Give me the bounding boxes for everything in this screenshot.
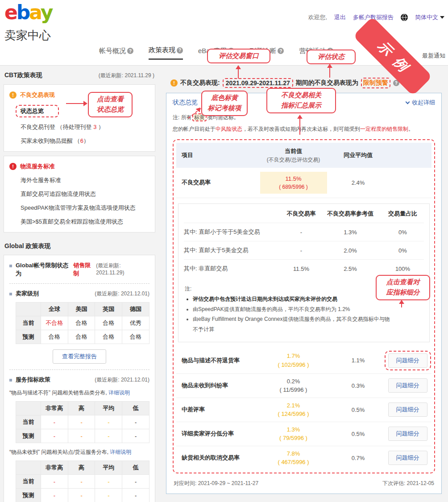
restriction-status: 销售限制 — [73, 261, 96, 278]
metric-row-snad-return: 物品与描述不符退货率 1.7%( 102/5996 ) 1.1% 问题细分 — [176, 348, 431, 374]
status-overview-link[interactable]: 状态总览 — [173, 99, 198, 107]
breakdown-row-direct-over5: 其中: 直邮大于5美金交易 - 2.0% 0% — [184, 241, 424, 259]
highlighted-rate-cell: 11.5%( 689/5996 ) — [260, 172, 327, 194]
snad-distribution-line: “物品与描述不符” 问题相关销售品类分布, 详细说明 — [9, 389, 149, 397]
table-header-row: 非常高 高 平均 低 — [16, 402, 149, 415]
detail-link[interactable]: 详细说明 — [108, 390, 130, 396]
seller-level-table: 全球 美国 英国 德国 当前 不合格 合格 合格 优秀 预测 合格 合格 合格 … — [16, 302, 149, 344]
globe-icon — [401, 14, 408, 21]
sidebar-item-direct-trackable[interactable]: 直邮交易可追踪物流使用状态 — [21, 190, 149, 198]
breakdown-row-direct-under5: 其中: 直邮小于等于5美金交易 - 1.3% 0% — [184, 223, 424, 241]
sidebar-item-bad-listing[interactable]: 不良交易刊登 （待处理刊登 3 ） — [21, 123, 149, 131]
tab-account-overview[interactable]: 帐号概况? — [99, 46, 133, 60]
logistics-panel: ! 物流服务标准 海外仓服务标准 直邮交易可追踪物流使用状态 SpeedPAK物… — [4, 156, 155, 232]
chevron-down-icon — [406, 100, 410, 104]
annotation-arrow-icon — [236, 65, 241, 69]
tab-policy-performance[interactable]: 政策表现? — [149, 46, 183, 60]
seller-level-refresh-time: (最近刷新: 2021.12.01) — [95, 290, 149, 298]
inr-count: 6 — [80, 137, 83, 144]
table-header-row: 全球 美国 英国 德国 — [16, 303, 149, 316]
sidebar-item-overseas-warehouse[interactable]: 海外仓服务标准 — [21, 176, 149, 184]
logistics-title: 物流服务标准 — [20, 162, 55, 170]
period-text: 对应时间: 2021-09-29 ~ 2021-11-27 — [174, 480, 258, 487]
cbt-title: CBT政策表现 — [4, 71, 42, 79]
issue-detail-dashed-box: 问题细分 — [385, 351, 431, 370]
rate-breakdown-box: 不良交易率 不良交易率参考值 交易量占比 其中: 直邮小于等于5美金交易 - 1… — [178, 203, 430, 342]
metric-row-low-dsr: 详细卖家评分低分率 1.3%( 79/5996 ) 0.5% 问题细分 — [176, 422, 431, 446]
snad-distribution-table: 非常高 高 平均 低 当前 - - - - 预测 - - - - — [16, 401, 149, 443]
divider — [9, 283, 149, 284]
warning-icon: ! — [170, 79, 178, 87]
detail-link[interactable]: 详细说明 — [110, 449, 131, 455]
sidebar-item-us-5usd-tracking[interactable]: 美国>$5直邮交易全程跟踪物流使用状态 — [21, 218, 149, 226]
sidebar-item-inr-reminder[interactable]: 买家未收到物品提醒 （6） — [21, 137, 149, 145]
cbt-refresh-time: (最近刷新: 2021.11.29 ) — [99, 72, 154, 79]
bad-transaction-panel: ! 不良交易表现 状态总览 不良交易刊登 （待处理刊登 3 ） 买家未收到物品提… — [4, 84, 155, 152]
tab-listing-diagnosis[interactable]: 刊登诊断? — [249, 46, 284, 60]
language-selector[interactable]: 简体中文 — [415, 13, 444, 21]
service-policy-row: 服务指标政策 (最近刷新: 2021.12.01) — [9, 376, 149, 384]
metric-row-neutral-negative-feedback: 中差评率 2.1%( 124/5996 ) 0.5% 问题细分 — [176, 398, 431, 422]
language-label: 简体中文 — [415, 13, 438, 21]
table-row: 预测 - - - - — [16, 489, 149, 502]
issue-detail-button[interactable]: 问题细分 — [388, 402, 427, 417]
issue-detail-button[interactable]: 问题细分 — [388, 451, 427, 465]
footnote-2: 由SpeedPAK提供直邮物流服务的商品，平均不良交易率约为 1.2% — [193, 304, 423, 315]
status-overview-panel: 状态总览 收起详细 注: 所有标黄项均需达标。 您的帐户目前处于中风险状态，若不… — [166, 93, 442, 494]
warning-icon: ! — [9, 91, 17, 99]
help-icon[interactable]: ? — [177, 47, 183, 54]
status-overview-dashed-box[interactable]: 状态总览 — [16, 105, 59, 117]
issue-detail-button[interactable]: 问题细分 — [388, 427, 427, 441]
footnote-1: 评估交易中包含预计送达日期尚未到达或买家尚未评价的交易 — [193, 294, 423, 304]
tab-marketing[interactable]: 营销活动? — [299, 46, 333, 60]
restriction-consequence: 一定程度的销售限制 — [360, 126, 408, 132]
bad-transaction-title: 不良交易表现 — [20, 91, 55, 99]
collapse-detail-link[interactable]: 收起详细 — [406, 99, 435, 107]
bad-transaction-title-row: ! 不良交易表现 — [9, 91, 149, 99]
sidebar-item-speedpak[interactable]: SpeedPAK物流管理方案及物流选项使用状态 — [21, 204, 149, 212]
view-full-report-button[interactable]: 查看完整报告 — [53, 349, 106, 364]
chevron-down-icon — [440, 16, 444, 19]
evaluation-period-row: 对应时间: 2021-09-29 ~ 2021-11-27 下次评估: 2021… — [173, 480, 435, 487]
page-title: 卖家中心 — [4, 28, 51, 43]
next-evaluation-text: 下次评估: 2021-12-05 — [382, 480, 434, 487]
table-header-row: 非常高 高 平均 低 — [16, 461, 149, 475]
logout-link[interactable]: 退出 — [334, 13, 346, 21]
sidebar-item-status-overview[interactable]: 状态总览 — [21, 105, 149, 117]
alert-icon: ! — [9, 163, 17, 170]
cbt-section-header: CBT政策表现 (最近刷新: 2021.11.29 ) — [4, 71, 155, 80]
seller-level-row: 卖家级别 (最近刷新: 2021.12.01) — [9, 290, 149, 298]
help-icon[interactable]: ? — [327, 48, 333, 54]
footnotes: 注: 评估交易中包含预计送达日期尚未到达或买家尚未评价的交易 由SpeedPAK… — [185, 284, 423, 335]
bullet-square-icon — [9, 293, 12, 295]
issue-detail-button[interactable]: 问题细分 — [388, 378, 427, 393]
tab-ebay-fees[interactable]: eBay费用? — [198, 46, 234, 60]
metrics-table-header: 项目 当前值(不良交易/总评估交易) 同业平均值 — [176, 143, 431, 168]
metrics-dashed-annotation-box: 项目 当前值(不良交易/总评估交易) 同业平均值 不良交易率 11.5%( 68… — [173, 139, 435, 473]
breakdown-row-nondirect: 其中: 非直邮交易 11.5% 2.5% 100% — [184, 259, 424, 278]
risk-note: 您的帐户目前处于中风险状态，若不及时改善或短期内再次未达标，则可能受到一定程度的… — [173, 125, 435, 133]
yellow-highlight: 标黄 — [194, 114, 205, 120]
table-row: 预测 合格 合格 合格 合格 — [16, 330, 149, 344]
global-restriction-row: Global帐号限制状态为 销售限制 (最近刷新: 2021.11.29) — [9, 261, 149, 278]
help-icon[interactable]: ? — [278, 48, 284, 54]
issue-detail-button[interactable]: 问题细分 — [388, 353, 427, 368]
bad-transaction-rate-row: 不良交易率 11.5%( 689/5996 ) 2.4% — [176, 168, 431, 199]
nav-tabs: 帐号概况? 政策表现? eBay费用? 刊登诊断? 营销活动? — [99, 46, 333, 60]
help-icon[interactable]: ? — [127, 48, 133, 54]
latest-notice-link[interactable]: 最新通知 — [422, 52, 445, 60]
risk-level: 中风险状态 — [216, 126, 242, 132]
yellow-highlight-dashed-box: 标黄 — [192, 113, 207, 121]
sidebar: CBT政策表现 (最近刷新: 2021.11.29 ) ! 不良交易表现 状态总… — [4, 71, 155, 502]
help-icon[interactable]: ? — [228, 48, 234, 54]
welcome-text: 欢迎您, — [308, 13, 327, 21]
global-refresh-time: (最近刷新: 2021.11.29) — [96, 262, 149, 276]
restriction-warning-status: 限制预警 — [361, 78, 390, 88]
ebay-logo[interactable]: ebay — [4, 1, 52, 24]
logistics-title-row: ! 物流服务标准 — [9, 162, 149, 170]
evaluation-window-dashed-box: 2021.09.29-2021.11.27 — [223, 78, 293, 88]
divider — [9, 369, 149, 370]
metric-row-inr-dispute: 物品未收到纠纷率 0.2%( 11/5996 ) 0.3% 问题细分 — [176, 374, 431, 398]
bullet-square-icon — [9, 265, 12, 267]
bullet-square-icon — [9, 379, 12, 382]
